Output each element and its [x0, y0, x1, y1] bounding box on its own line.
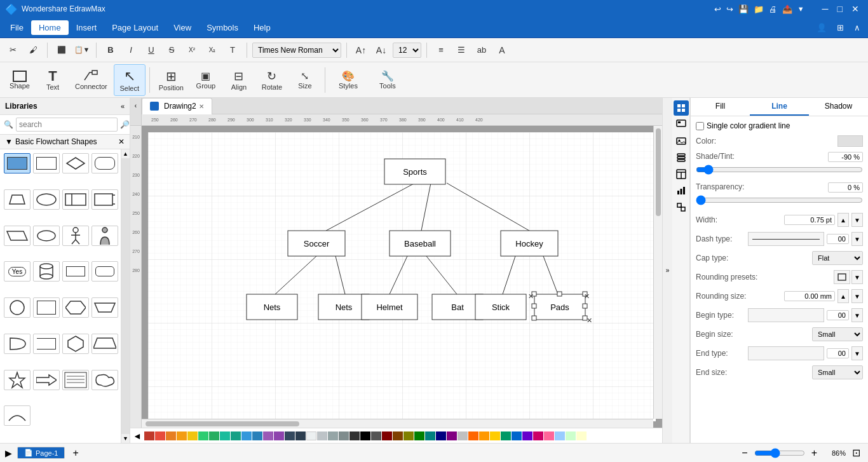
shape-person[interactable]	[62, 226, 89, 246]
color-swatch[interactable]	[166, 431, 176, 440]
zoom-in-btn[interactable]: +	[809, 447, 820, 459]
shape-rect-dbl[interactable]	[92, 189, 118, 210]
add-page-btn[interactable]: +	[70, 447, 81, 459]
shape-ellipse[interactable]	[33, 189, 60, 210]
color-swatch[interactable]	[447, 431, 457, 440]
transparency-slider[interactable]	[696, 195, 863, 205]
shape-person2[interactable]	[92, 226, 118, 246]
tool-group[interactable]: ▣ Group	[190, 64, 222, 96]
sidebar-scroll-up[interactable]: ▲	[121, 149, 130, 158]
rp-icon-layers[interactable]	[674, 150, 689, 165]
shape-arc[interactable]	[4, 405, 31, 426]
search-input[interactable]	[16, 118, 118, 132]
search-submit-icon[interactable]: 🔎	[120, 120, 130, 129]
font-size-select[interactable]: 12 8910111416	[393, 43, 421, 58]
end-type-value[interactable]	[827, 348, 849, 358]
underline-btn[interactable]: U	[142, 41, 160, 59]
play-btn[interactable]: ▶	[5, 448, 12, 458]
color-swatch[interactable]	[231, 431, 241, 440]
tool-shape[interactable]: Shape	[4, 64, 36, 96]
tool-select[interactable]: ↖ Select	[114, 64, 146, 96]
tool-rotate[interactable]: ↻ Rotate	[256, 64, 288, 96]
bullet-btn[interactable]: ☰	[452, 41, 470, 59]
clear-format-btn[interactable]: T	[224, 41, 241, 59]
end-size-select[interactable]: Small Medium Large	[812, 365, 863, 379]
color-swatch[interactable]	[274, 431, 284, 440]
shape-parallelogram[interactable]	[4, 226, 31, 246]
color-swatch[interactable]	[360, 431, 370, 440]
menu-view[interactable]: View	[166, 20, 199, 35]
minimize-btn[interactable]: ─	[818, 4, 832, 14]
format-paint-btn[interactable]: 🖌	[24, 41, 42, 59]
shape-trapezoid2[interactable]	[92, 297, 118, 318]
width-value[interactable]	[784, 215, 835, 225]
shade-value[interactable]	[828, 152, 863, 162]
begin-size-select[interactable]: Small Medium Large	[812, 327, 863, 341]
v-scrollbar[interactable]	[653, 126, 662, 419]
shape-d-shape[interactable]	[4, 334, 31, 354]
color-swatch[interactable]	[490, 431, 500, 440]
italic-btn[interactable]: I	[122, 41, 140, 59]
font-size-decrease-btn[interactable]: A↓	[372, 41, 390, 59]
maximize-btn[interactable]: □	[834, 4, 846, 14]
close-btn[interactable]: ✕	[848, 4, 863, 14]
align-btn[interactable]: ≡	[432, 41, 450, 59]
menu-symbols[interactable]: Symbols	[199, 20, 246, 35]
rp-icon-image[interactable]	[674, 133, 689, 149]
tool-connector[interactable]: Connector	[70, 64, 112, 96]
color-swatch[interactable]	[285, 431, 295, 440]
dash-type-selector[interactable]	[748, 232, 824, 246]
color-swatch[interactable]	[566, 431, 576, 440]
color-swatch[interactable]	[241, 431, 252, 440]
shade-slider[interactable]	[696, 165, 863, 175]
color-swatch[interactable]	[198, 431, 208, 440]
color-swatch[interactable]	[468, 431, 478, 440]
tool-position[interactable]: ⊞ Position	[154, 64, 189, 96]
color-swatch[interactable]	[187, 431, 198, 440]
shape-rect-round2[interactable]	[92, 261, 118, 282]
rounding-preset-1[interactable]	[834, 270, 850, 284]
tool-text[interactable]: T Text	[37, 64, 69, 96]
paste-btn[interactable]: 📋▼	[73, 41, 91, 59]
shape-arrow-right[interactable]	[33, 370, 60, 390]
color-swatch[interactable]	[458, 431, 468, 440]
rp-icon-theme[interactable]	[674, 117, 689, 132]
cap-type-select[interactable]: Flat Round Square	[812, 251, 863, 265]
rp-icon-format[interactable]	[674, 100, 689, 116]
export-btn[interactable]: 📤	[782, 4, 792, 14]
shape-trapezoid[interactable]	[4, 189, 31, 210]
color-swatch[interactable]	[328, 431, 338, 440]
tool-align[interactable]: ⊟ Align	[223, 64, 255, 96]
shape-rect-split[interactable]	[62, 189, 89, 210]
palette-arrow-left[interactable]: ◄	[133, 431, 142, 441]
color-swatch[interactable]	[317, 431, 327, 440]
menu-insert[interactable]: Insert	[69, 20, 105, 35]
strikethrough-btn[interactable]: S	[163, 41, 180, 59]
shape-rect-small[interactable]	[62, 261, 89, 282]
color-swatch[interactable]	[403, 431, 414, 440]
color-swatch[interactable]	[155, 431, 165, 440]
color-swatch[interactable]	[393, 431, 403, 440]
shape-cylinder[interactable]	[33, 261, 60, 282]
color-swatch[interactable]	[306, 431, 316, 440]
transparency-value[interactable]	[828, 182, 863, 193]
tool-size[interactable]: ⤡ Size	[289, 64, 321, 96]
shape-blob[interactable]	[92, 370, 118, 390]
end-type-selector[interactable]	[748, 346, 824, 360]
rp-icon-table[interactable]	[674, 166, 689, 182]
menu-file[interactable]: File	[3, 20, 31, 35]
dash-down-btn[interactable]: ▼	[851, 232, 863, 246]
color-swatch[interactable]	[349, 431, 360, 440]
font-color-btn[interactable]: A	[493, 41, 511, 59]
tool-styles[interactable]: 🎨 Styles	[329, 64, 367, 96]
section-expand-icon[interactable]: ▼	[5, 137, 13, 146]
color-swatch[interactable]	[371, 431, 381, 440]
tool-tools[interactable]: 🔧 Tools	[369, 64, 407, 96]
font-select[interactable]: Times New Roman Arial	[252, 43, 341, 58]
canvas[interactable]: Sports Soccer Baseball Hockey	[142, 126, 662, 428]
color-swatch[interactable]	[544, 431, 554, 440]
zoom-slider[interactable]	[754, 448, 805, 458]
rp-tab-line[interactable]: Line	[750, 98, 809, 116]
h-scrollbar[interactable]	[142, 419, 653, 428]
color-swatch[interactable]	[501, 431, 511, 440]
